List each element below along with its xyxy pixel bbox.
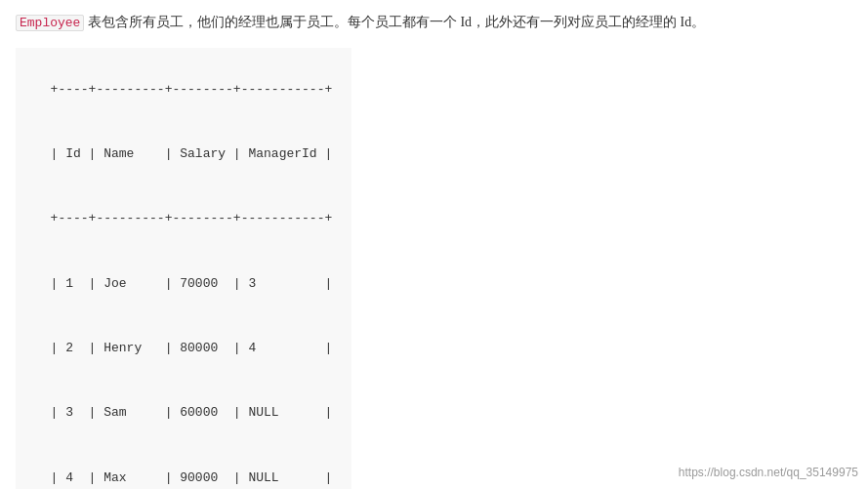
intro-paragraph: Employee 表包含所有员工，他们的经理也属于员工。每个员工都有一个 Id，…	[16, 12, 852, 34]
employee-code-intro: Employee	[16, 15, 84, 31]
main-table-row-4: | 4 | Max | 90000 | NULL |	[51, 470, 333, 485]
main-table-row-1: | 1 | Joe | 70000 | 3 |	[51, 276, 333, 291]
main-table-border-mid: +----+---------+--------+-----------+	[51, 211, 333, 225]
main-table-row-2: | 2 | Henry | 80000 | 4 |	[51, 341, 333, 355]
main-table-row-3: | 3 | Sam | 60000 | NULL |	[51, 405, 333, 420]
main-table-header: | Id | Name | Salary | ManagerId |	[51, 146, 333, 161]
main-table-block: +----+---------+--------+-----------+ | …	[16, 48, 351, 489]
main-table-border-top: +----+---------+--------+-----------+	[51, 82, 333, 97]
watermark: https://blog.csdn.net/qq_35149975	[679, 466, 858, 479]
intro-text: 表包含所有员工，他们的经理也属于员工。每个员工都有一个 Id，此外还有一列对应员…	[84, 15, 705, 29]
